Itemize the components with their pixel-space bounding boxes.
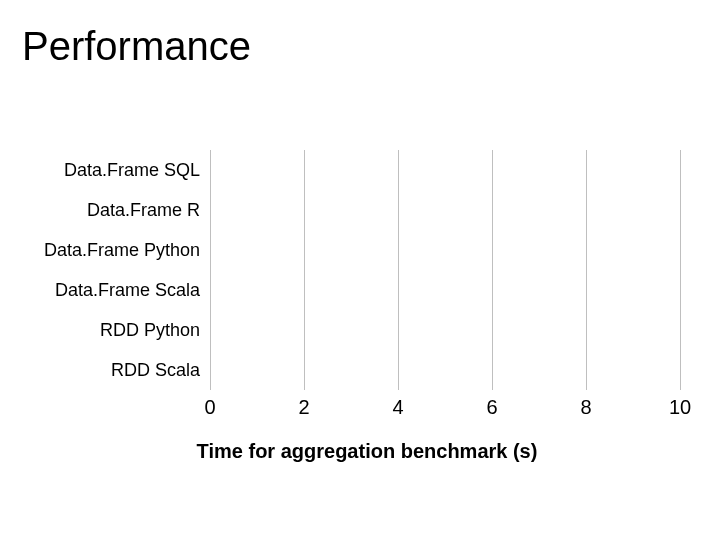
category-label: Data.Frame R <box>0 196 200 224</box>
x-tick: 8 <box>580 396 591 419</box>
grid-line <box>210 150 211 390</box>
x-tick: 10 <box>669 396 691 419</box>
x-axis-title: Time for aggregation benchmark (s) <box>54 440 680 463</box>
page-title: Performance <box>0 0 720 69</box>
bar-chart: 0 2 4 6 8 10 Data.Frame SQL Data.Frame R… <box>54 150 680 420</box>
grid-line <box>680 150 681 390</box>
x-tick: 2 <box>298 396 309 419</box>
x-tick: 6 <box>486 396 497 419</box>
category-label: Data.Frame Scala <box>0 276 200 304</box>
category-label: RDD Scala <box>0 356 200 384</box>
category-label: Data.Frame Python <box>0 236 200 264</box>
category-label: RDD Python <box>0 316 200 344</box>
grid-line <box>398 150 399 390</box>
x-tick: 0 <box>204 396 215 419</box>
grid-line <box>304 150 305 390</box>
x-tick: 4 <box>392 396 403 419</box>
category-label: Data.Frame SQL <box>0 156 200 184</box>
plot-area: 0 2 4 6 8 10 <box>210 150 680 390</box>
grid-line <box>586 150 587 390</box>
grid-line <box>492 150 493 390</box>
